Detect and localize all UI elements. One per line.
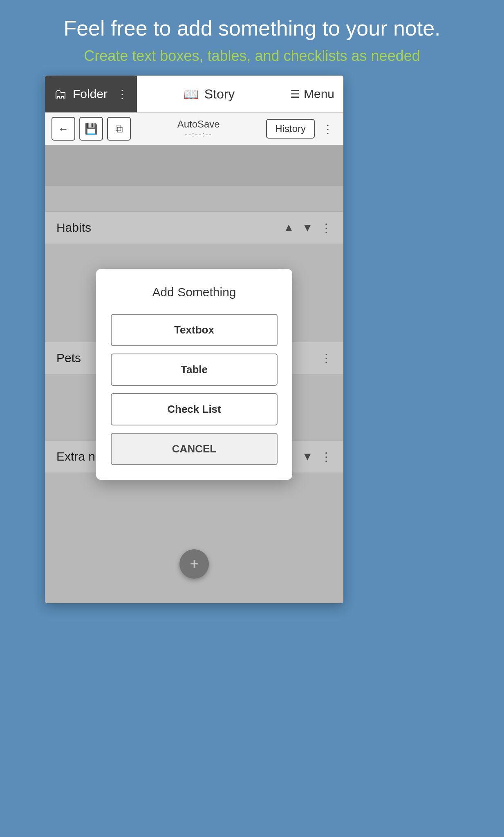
- copy-icon: ⧉: [115, 123, 123, 135]
- save-button[interactable]: 💾: [79, 117, 103, 141]
- menu-hamburger-icon: ☰: [290, 88, 300, 101]
- toolbar: ← 💾 ⧉ AutoSave --:--:-- History ⋮: [45, 112, 343, 145]
- main-instruction: Feel free to add something to your note.: [16, 16, 488, 41]
- back-button[interactable]: ←: [52, 117, 75, 141]
- history-button[interactable]: History: [266, 119, 315, 139]
- autosave-area: AutoSave --:--:--: [135, 119, 262, 139]
- tab-menu[interactable]: ☰ Menu: [281, 76, 343, 112]
- folder-more-icon[interactable]: ⋮: [116, 87, 128, 101]
- modal-overlay: Add Something Textbox Table Check List C…: [45, 145, 343, 603]
- content-area: Habits ▲ ▼ ⋮ Add Something Textbox Table…: [45, 145, 343, 603]
- autosave-time: --:--:--: [185, 130, 212, 139]
- back-icon: ←: [58, 123, 69, 135]
- toolbar-more-icon[interactable]: ⋮: [319, 122, 337, 136]
- story-label: Story: [204, 87, 235, 102]
- textbox-button[interactable]: Textbox: [111, 314, 278, 346]
- checklist-button[interactable]: Check List: [111, 393, 278, 425]
- folder-icon: 🗂: [54, 87, 67, 102]
- copy-button[interactable]: ⧉: [107, 117, 131, 141]
- cancel-button[interactable]: CANCEL: [111, 433, 278, 465]
- instruction-area: Feel free to add something to your note.…: [0, 0, 504, 77]
- tab-folder[interactable]: 🗂 Folder ⋮: [45, 76, 137, 112]
- modal-title: Add Something: [111, 285, 278, 299]
- save-icon: 💾: [85, 123, 98, 135]
- table-button[interactable]: Table: [111, 354, 278, 386]
- story-icon: 📖: [184, 87, 199, 101]
- autosave-label: AutoSave: [177, 119, 220, 130]
- tab-bar: 🗂 Folder ⋮ 📖 Story ☰ Menu: [45, 76, 343, 112]
- folder-label: Folder: [73, 87, 108, 101]
- sub-instruction: Create text boxes, tables, and checklist…: [16, 47, 488, 65]
- menu-label: Menu: [304, 87, 334, 101]
- app-container: 🗂 Folder ⋮ 📖 Story ☰ Menu ← 💾 ⧉ AutoSave…: [45, 76, 343, 603]
- tab-story[interactable]: 📖 Story: [137, 76, 281, 112]
- add-something-modal: Add Something Textbox Table Check List C…: [96, 269, 292, 480]
